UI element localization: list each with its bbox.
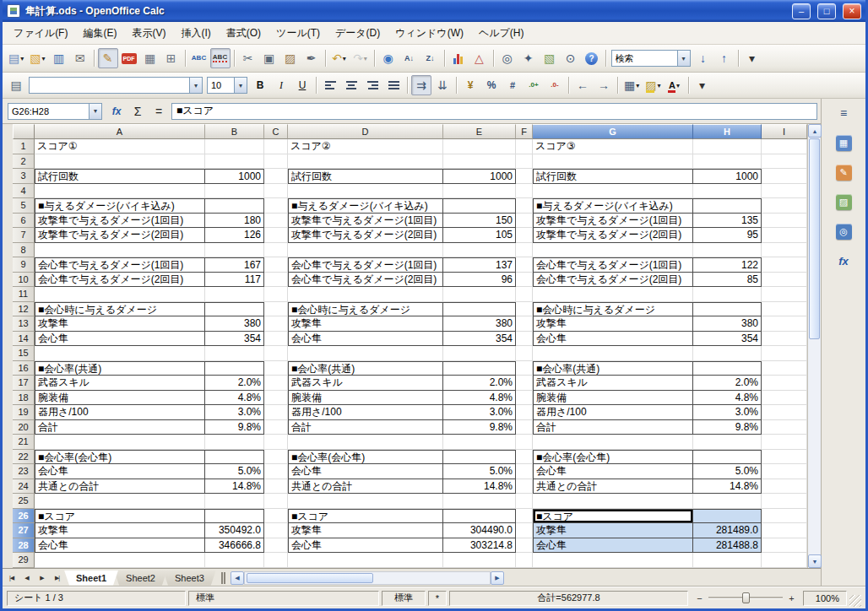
cell-F21[interactable]: [516, 435, 533, 450]
styles-and-formatting-button[interactable]: ▤: [6, 75, 26, 95]
row-header-26[interactable]: 26: [13, 509, 35, 524]
cell-E20[interactable]: 9.8%: [443, 420, 516, 435]
cell-E25[interactable]: [443, 494, 516, 509]
scroll-up-icon[interactable]: ▲: [808, 124, 822, 138]
scroll-down-icon[interactable]: ▼: [808, 554, 822, 568]
cell-G28[interactable]: 会心隼: [533, 538, 693, 554]
font-color-button[interactable]: A▾: [665, 75, 685, 95]
number-format-currency-button[interactable]: ¥: [460, 75, 480, 95]
cell-G11[interactable]: [533, 287, 693, 302]
gallery-button[interactable]: ▧: [540, 48, 560, 68]
gallery-panel-button[interactable]: ▨: [833, 192, 854, 211]
menu-data[interactable]: データ(D): [328, 23, 388, 44]
email-document-button[interactable]: ✉: [70, 48, 90, 68]
cell-I17[interactable]: [762, 376, 807, 391]
row-header-2[interactable]: 2: [13, 154, 35, 170]
cell-D19[interactable]: 器用さ/100: [288, 405, 443, 420]
cell-F5[interactable]: [516, 198, 533, 214]
functions-panel-button[interactable]: fx: [833, 251, 854, 270]
row-header-15[interactable]: 15: [13, 346, 35, 361]
column-header-D[interactable]: D: [288, 124, 443, 139]
cell-C2[interactable]: [264, 154, 288, 170]
cell-F2[interactable]: [516, 154, 533, 170]
cell-B12[interactable]: [205, 302, 264, 317]
hyperlink-button[interactable]: ◉: [378, 48, 399, 68]
cell-D2[interactable]: [288, 154, 443, 170]
cell-G13[interactable]: 攻撃隼: [533, 316, 693, 332]
increase-indent-button[interactable]: →: [594, 75, 614, 95]
cell-H25[interactable]: [693, 494, 762, 509]
cell-A10[interactable]: 会心隼で与えるダメージ(2回目): [35, 273, 205, 288]
formula-button[interactable]: =: [149, 101, 169, 122]
cell-G4[interactable]: [533, 184, 693, 199]
column-header-B[interactable]: B: [205, 124, 264, 139]
background-color-button[interactable]: ▨▾: [643, 75, 663, 95]
cell-E2[interactable]: [443, 154, 516, 170]
cell-G8[interactable]: [533, 243, 693, 258]
cell-E12[interactable]: [443, 302, 516, 317]
cell-B1[interactable]: [205, 139, 264, 154]
cell-F18[interactable]: [516, 391, 533, 406]
scroll-left-icon[interactable]: ◀: [231, 571, 244, 585]
previous-sheet-button[interactable]: ◀: [19, 571, 34, 585]
cell-B20[interactable]: 9.8%: [205, 420, 264, 435]
cell-F1[interactable]: [516, 139, 533, 154]
cell-G23[interactable]: 会心隼: [533, 464, 693, 479]
formula-input[interactable]: ■スコア: [171, 103, 817, 120]
search-dropdown-icon[interactable]: ▾: [677, 51, 690, 66]
cell-E18[interactable]: 4.8%: [443, 391, 516, 406]
cell-E15[interactable]: [443, 346, 516, 361]
cell-D23[interactable]: 会心隼: [288, 464, 443, 479]
row-header-18[interactable]: 18: [13, 391, 35, 406]
cell-A28[interactable]: 会心隼: [35, 538, 205, 554]
cell-B7[interactable]: 126: [205, 228, 264, 243]
font-name-combo[interactable]: ▾: [29, 77, 203, 94]
cell-H29[interactable]: [693, 553, 762, 568]
redo-dropdown-icon[interactable]: ▾: [364, 55, 367, 62]
cell-G27[interactable]: 攻撃隼: [533, 523, 693, 538]
cell-E7[interactable]: 105: [443, 228, 516, 243]
open-dropdown-icon[interactable]: ▾: [41, 55, 45, 62]
cell-G29[interactable]: [533, 553, 693, 568]
cell-B26[interactable]: [205, 509, 264, 524]
cell-A13[interactable]: 攻撃隼: [35, 316, 205, 332]
menu-window[interactable]: ウィンドウ(W): [388, 23, 471, 44]
row-header-9[interactable]: 9: [13, 257, 35, 273]
cell-E26[interactable]: [443, 509, 516, 524]
column-header-E[interactable]: E: [443, 124, 516, 139]
cell-C23[interactable]: [264, 464, 288, 479]
menu-view[interactable]: 表示(V): [124, 23, 173, 44]
cell-E1[interactable]: [443, 139, 516, 154]
cell-B4[interactable]: [205, 184, 264, 199]
cell-I16[interactable]: [762, 361, 807, 376]
cell-B13[interactable]: 380: [205, 316, 264, 332]
vertical-scroll-thumb[interactable]: [809, 138, 820, 339]
cell-E27[interactable]: 304490.0: [443, 523, 516, 538]
cell-I20[interactable]: [762, 420, 807, 435]
cell-E29[interactable]: [443, 553, 516, 568]
sort-descending-button[interactable]: Z↓: [420, 48, 441, 68]
menu-help[interactable]: ヘルプ(H): [471, 23, 532, 44]
cell-F12[interactable]: [516, 302, 533, 317]
row-header-21[interactable]: 21: [13, 435, 35, 450]
row-header-5[interactable]: 5: [13, 198, 35, 214]
cell-B19[interactable]: 3.0%: [205, 405, 264, 420]
auto-spellcheck-button[interactable]: ABC: [210, 48, 231, 68]
row-header-6[interactable]: 6: [13, 214, 35, 229]
cell-H4[interactable]: [693, 184, 762, 199]
cell-F23[interactable]: [516, 464, 533, 479]
cell-C19[interactable]: [264, 405, 288, 420]
cell-G2[interactable]: [533, 154, 693, 170]
font-size-dropdown-icon[interactable]: ▾: [234, 78, 247, 93]
cell-H22[interactable]: [693, 450, 762, 465]
cell-C28[interactable]: [264, 538, 288, 554]
cut-button[interactable]: ✂: [238, 48, 258, 68]
cell-F9[interactable]: [516, 257, 533, 273]
text-direction-ltr-button[interactable]: ⇉: [411, 75, 431, 95]
cell-A25[interactable]: [35, 494, 205, 509]
zoom-in-button[interactable]: +: [786, 592, 797, 603]
column-header-C[interactable]: C: [264, 124, 288, 139]
sidebar-settings-button[interactable]: ≡: [833, 104, 854, 122]
cell-F4[interactable]: [516, 184, 533, 199]
cell-C10[interactable]: [264, 273, 288, 288]
